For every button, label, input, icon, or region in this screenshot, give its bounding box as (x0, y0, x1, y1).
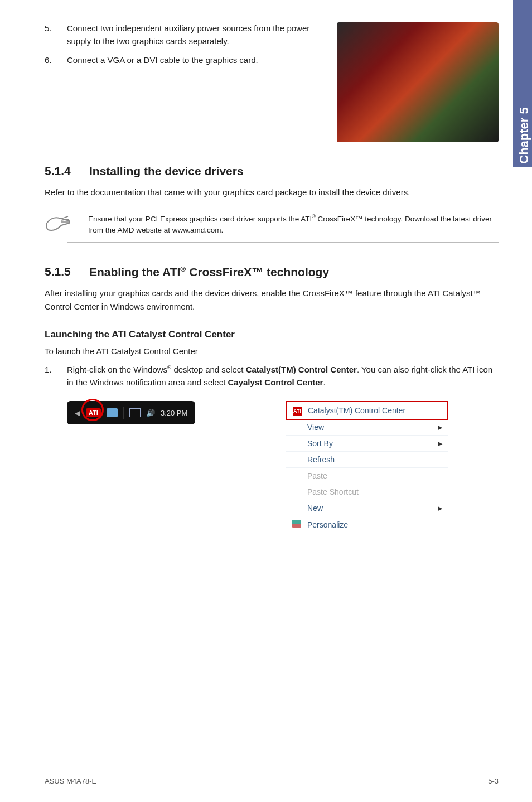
note-text: Ensure that your PCI Express graphics ca… (88, 213, 499, 236)
note-hand-icon (45, 213, 71, 233)
section-number: 5.1.5 (45, 265, 89, 279)
step-5: 5. Connect two independent auxiliary pow… (45, 22, 326, 47)
menu-item-paste: Paste (286, 468, 448, 484)
menu-item-paste-shortcut: Paste Shortcut (286, 484, 448, 500)
network-status-icon[interactable] (107, 408, 118, 417)
sub-header-launching: Launching the ATI Catalyst Control Cente… (45, 329, 499, 340)
personalize-icon (292, 520, 301, 528)
menu-item-label: Catalyst(TM) Control Center (308, 406, 442, 415)
section-515-body: After installing your graphics cards and… (45, 287, 499, 313)
step-number: 1. (45, 364, 67, 389)
note-box: Ensure that your PCI Express graphics ca… (67, 207, 499, 243)
step-1-launch: 1. Right-click on the Windows® desktop a… (45, 364, 499, 389)
step-text: Connect a VGA or a DVI cable to the grap… (67, 54, 326, 67)
step-text: Right-click on the Windows® desktop and … (67, 364, 499, 389)
chapter-side-label: Chapter 5 (517, 102, 531, 169)
step-text: Connect two independent auxiliary power … (67, 22, 326, 47)
chapter-side-tab: Chapter 5 (513, 0, 532, 167)
menu-item-label: View (307, 423, 432, 432)
section-title: Enabling the ATI® CrossFireX™ technology (89, 265, 329, 279)
footer-page-number: 5-3 (488, 777, 499, 785)
menu-item-new[interactable]: New ▶ (286, 500, 448, 516)
menu-item-label: New (307, 504, 432, 513)
computer-icon[interactable] (129, 408, 141, 417)
step-number: 6. (45, 54, 67, 67)
menu-item-sortby[interactable]: Sort By ▶ (286, 436, 448, 452)
submenu-arrow-icon: ▶ (438, 505, 442, 512)
hardware-photo (337, 22, 499, 142)
step-6: 6. Connect a VGA or a DVI cable to the g… (45, 54, 326, 67)
footer-model: ASUS M4A78-E (45, 777, 96, 785)
page-footer: ASUS M4A78-E 5-3 (45, 772, 499, 785)
tray-clock[interactable]: 3:20 PM (161, 409, 187, 417)
menu-item-label: Paste Shortcut (307, 487, 442, 496)
section-514-heading: 5.1.4 Installing the device drivers (45, 165, 499, 178)
section-title: Installing the device drivers (89, 165, 244, 178)
menu-item-catalyst[interactable]: ATI Catalyst(TM) Control Center (286, 401, 448, 420)
volume-icon[interactable]: 🔊 (146, 409, 155, 417)
menu-item-personalize[interactable]: Personalize (286, 516, 448, 533)
sub-body: To launch the ATI Catalyst Control Cente… (45, 345, 499, 358)
section-number: 5.1.4 (45, 165, 89, 178)
tray-expand-icon[interactable]: ◀ (75, 409, 80, 417)
menu-item-label: Refresh (307, 455, 442, 464)
submenu-arrow-icon: ▶ (438, 424, 442, 431)
tray-divider (123, 407, 124, 419)
submenu-arrow-icon: ▶ (438, 440, 442, 447)
menu-item-label: Personalize (307, 520, 442, 529)
section-515-heading: 5.1.5 Enabling the ATI® CrossFireX™ tech… (45, 265, 499, 279)
menu-item-label: Sort By (307, 439, 432, 448)
menu-item-refresh[interactable]: Refresh (286, 452, 448, 468)
desktop-context-menu: ATI Catalyst(TM) Control Center View ▶ S… (286, 401, 448, 533)
menu-item-label: Paste (307, 471, 442, 480)
section-514-body: Refer to the documentation that came wit… (45, 186, 499, 199)
step-number: 5. (45, 22, 67, 47)
system-tray: ◀ ATI 🔊 3:20 PM (67, 401, 195, 424)
menu-item-view[interactable]: View ▶ (286, 419, 448, 436)
ati-icon: ATI (293, 407, 302, 416)
highlight-circle-icon (81, 399, 104, 421)
